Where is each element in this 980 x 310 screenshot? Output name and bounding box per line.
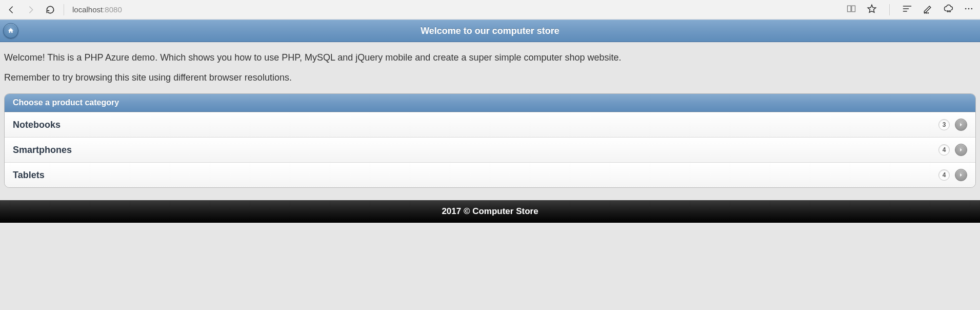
forward-button[interactable] bbox=[26, 5, 36, 15]
chevron-right-icon bbox=[955, 119, 967, 131]
count-badge: 3 bbox=[938, 119, 950, 130]
app-footer: 2017 © Computer Store bbox=[0, 200, 980, 223]
reading-view-icon[interactable] bbox=[846, 4, 856, 16]
category-list: Choose a product category Notebooks 3 Sm… bbox=[4, 93, 976, 188]
notes-icon[interactable] bbox=[923, 4, 933, 16]
svg-point-0 bbox=[925, 12, 925, 13]
share-icon[interactable] bbox=[943, 4, 953, 16]
svg-point-5 bbox=[965, 8, 967, 9]
more-icon[interactable] bbox=[964, 4, 974, 16]
svg-point-2 bbox=[928, 12, 928, 13]
toolbar-divider bbox=[889, 4, 890, 15]
list-heading: Choose a product category bbox=[5, 94, 975, 112]
footer-text: 2017 © Computer Store bbox=[442, 206, 538, 216]
app-header: Welcome to our computer store bbox=[0, 20, 980, 42]
main-content: Welcome! This is a PHP Azure demo. Which… bbox=[0, 42, 980, 200]
category-label: Smartphones bbox=[13, 145, 938, 156]
count-badge: 4 bbox=[938, 169, 950, 181]
svg-point-3 bbox=[947, 10, 949, 12]
home-button[interactable] bbox=[3, 23, 18, 38]
back-button[interactable] bbox=[6, 5, 16, 15]
address-host: localhost bbox=[72, 5, 103, 14]
intro-paragraph-1: Welcome! This is a PHP Azure demo. Which… bbox=[4, 52, 976, 63]
intro-paragraph-2: Remember to try browsing this site using… bbox=[4, 72, 976, 83]
svg-point-6 bbox=[968, 8, 970, 9]
category-item-tablets[interactable]: Tablets 4 bbox=[5, 162, 975, 187]
browser-toolbar: localhost:8080 bbox=[0, 0, 980, 20]
favorite-star-icon[interactable] bbox=[867, 4, 877, 16]
refresh-button[interactable] bbox=[45, 5, 55, 15]
address-port: :8080 bbox=[103, 5, 122, 14]
toolbar-divider bbox=[64, 4, 64, 15]
category-label: Tablets bbox=[13, 170, 938, 181]
svg-point-1 bbox=[926, 12, 927, 13]
hub-icon[interactable] bbox=[902, 4, 912, 16]
svg-point-4 bbox=[949, 10, 951, 12]
category-item-notebooks[interactable]: Notebooks 3 bbox=[5, 112, 975, 137]
address-bar[interactable]: localhost:8080 bbox=[72, 5, 122, 14]
category-item-smartphones[interactable]: Smartphones 4 bbox=[5, 137, 975, 162]
count-badge: 4 bbox=[938, 144, 950, 156]
svg-point-7 bbox=[971, 8, 973, 9]
category-label: Notebooks bbox=[13, 120, 938, 130]
page-title: Welcome to our computer store bbox=[421, 26, 559, 36]
chevron-right-icon bbox=[955, 169, 967, 181]
chevron-right-icon bbox=[955, 144, 967, 156]
